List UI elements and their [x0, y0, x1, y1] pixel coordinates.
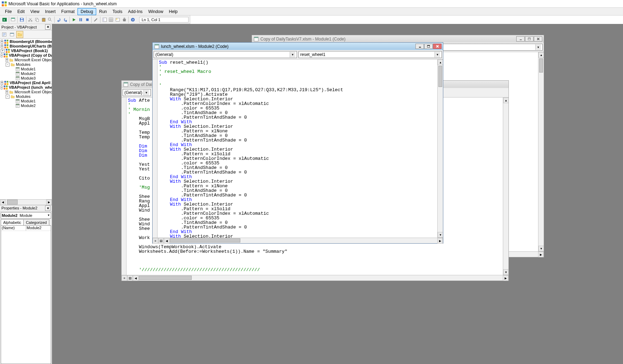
help-button[interactable]: ?: [130, 16, 136, 23]
menu-help[interactable]: Help: [166, 8, 180, 15]
procedure-view-button[interactable]: ≡: [122, 275, 127, 281]
tree-node[interactable]: +Microsoft Excel Objects: [0, 58, 52, 62]
project-explorer-button[interactable]: [101, 16, 108, 23]
view-code-button[interactable]: [1, 31, 8, 38]
separator: [9, 17, 9, 23]
tree-node[interactable]: -Modules: [0, 94, 52, 99]
vscrollbar[interactable]: ▲▼: [437, 59, 443, 238]
menu-window[interactable]: Window: [146, 8, 166, 15]
svg-rect-69: [155, 44, 159, 45]
vscrollbar[interactable]: ▲▼: [503, 98, 508, 275]
tree-node[interactable]: Module1: [0, 99, 52, 103]
menu-add-ins[interactable]: Add-Ins: [125, 8, 145, 15]
procedure-view-button[interactable]: ≡: [153, 238, 158, 244]
tree-node[interactable]: +BloombergUI (Bloomberg: [0, 39, 52, 44]
tab-categorized[interactable]: Categorized: [23, 219, 49, 225]
tree-toggle[interactable]: +: [6, 58, 8, 62]
reset-button[interactable]: [84, 16, 91, 23]
object-combo[interactable]: (General)▼: [154, 51, 297, 58]
vscrollbar[interactable]: ▲▼: [538, 52, 544, 251]
menu-edit[interactable]: Edit: [14, 8, 27, 15]
toolbox-button[interactable]: [121, 16, 128, 23]
tree-toggle[interactable]: +: [1, 49, 5, 53]
tree-label: BloombergUI (Bloomberg: [10, 39, 52, 44]
properties-panel-close-button[interactable]: ✕: [45, 206, 50, 211]
run-button[interactable]: [71, 16, 77, 23]
redo-button[interactable]: [62, 16, 69, 23]
tree-toggle[interactable]: +: [6, 90, 8, 94]
full-module-view-button[interactable]: ▤: [158, 238, 164, 244]
tree-node[interactable]: Module2: [0, 103, 52, 108]
close-button[interactable]: 🗙: [433, 44, 442, 49]
tree-toggle[interactable]: -: [6, 63, 10, 67]
tree-toggle[interactable]: +: [1, 81, 3, 85]
tree-node[interactable]: Module2: [0, 71, 52, 76]
cut-button[interactable]: [27, 16, 34, 23]
tree-node[interactable]: -VBAProject (lunch_whee: [0, 85, 52, 90]
undo-button[interactable]: [56, 16, 62, 23]
break-button[interactable]: [78, 16, 84, 23]
toggle-folders-button[interactable]: [16, 31, 23, 38]
save-button[interactable]: [19, 16, 25, 23]
tree-node[interactable]: +Microsoft Excel Objects: [0, 90, 52, 94]
scroll-left-button[interactable]: ◀: [0, 200, 6, 205]
menu-run[interactable]: Run: [96, 8, 110, 15]
window-titlebar[interactable]: Copy of DailyTasksV7.xlsm - Module1 (Cod…: [252, 35, 544, 43]
vba-icon: [4, 44, 9, 49]
project-panel-close-button[interactable]: ✕: [45, 24, 50, 30]
design-mode-button[interactable]: [93, 16, 99, 23]
menu-view[interactable]: View: [27, 8, 42, 15]
tree-node[interactable]: +VBAProject (End April 20: [0, 81, 52, 85]
maximize-button[interactable]: 🗖: [525, 36, 533, 42]
tree-node[interactable]: -Modules: [0, 62, 52, 67]
mod-icon: [15, 103, 20, 108]
svg-rect-35: [7, 44, 8, 46]
code-margin: [122, 98, 127, 275]
code-editor[interactable]: Sub reset_wheel1() ' ' reset_wheel Macro…: [158, 59, 437, 238]
tree-toggle[interactable]: -: [6, 95, 10, 99]
tree-label: Modules: [16, 62, 31, 67]
minimize-button[interactable]: 🗕: [516, 36, 525, 42]
object-combo[interactable]: (General)▼: [123, 89, 151, 96]
view-object-button[interactable]: [8, 31, 16, 38]
window-titlebar[interactable]: lunch_wheel.xlsm - Module2 (Code) 🗕 🗖 🗙: [153, 43, 443, 50]
close-button[interactable]: 🗙: [534, 36, 542, 42]
menu-insert[interactable]: Insert: [42, 8, 58, 15]
copy-button[interactable]: [34, 16, 40, 23]
tree-toggle[interactable]: +: [1, 40, 3, 44]
menu-debug[interactable]: Debug: [78, 8, 96, 15]
tree-toggle[interactable]: -: [1, 86, 2, 89]
properties-window-button[interactable]: [108, 16, 114, 23]
procedure-combo[interactable]: reset_wheel1▼: [298, 51, 442, 58]
full-module-view-button[interactable]: ▤: [127, 275, 133, 281]
tree-node[interactable]: Module1: [0, 67, 52, 71]
properties-panel-title: Properties - Module2: [1, 206, 37, 210]
tree-node[interactable]: +VBAProject (Book1): [0, 49, 52, 53]
tree-node[interactable]: +BloombergUICharts (Blo: [0, 44, 52, 49]
menu-file[interactable]: File: [2, 8, 14, 15]
separator: [26, 17, 26, 23]
tree-toggle[interactable]: -: [1, 54, 2, 57]
insert-userform-button[interactable]: [10, 16, 17, 23]
property-value[interactable]: Module2: [26, 226, 51, 231]
maximize-button[interactable]: 🗖: [424, 44, 433, 49]
properties-object-selector[interactable]: Module2 Module ▼: [1, 212, 51, 219]
menu-format[interactable]: Format: [58, 8, 78, 15]
scroll-right-button[interactable]: ▶: [46, 200, 52, 205]
project-tree[interactable]: +BloombergUI (Bloomberg+BloombergUIChart…: [0, 39, 52, 199]
code-window-lunchwheel-module2[interactable]: lunch_wheel.xlsm - Module2 (Code) 🗕 🗖 🗙 …: [152, 42, 443, 244]
minimize-button[interactable]: 🗕: [415, 44, 424, 49]
folder-icon: [10, 62, 15, 67]
properties-tabs: Alphabetic Categorized: [1, 219, 51, 226]
view-excel-button[interactable]: X: [1, 16, 8, 23]
properties-grid[interactable]: (Name) Module2: [1, 226, 51, 364]
tree-toggle[interactable]: +: [1, 44, 3, 48]
paste-button[interactable]: [41, 16, 47, 23]
tree-node[interactable]: Module3: [0, 76, 52, 81]
tab-alphabetic[interactable]: Alphabetic: [1, 219, 24, 225]
project-hscrollbar[interactable]: ◀ ▶: [0, 199, 52, 205]
find-button[interactable]: [47, 16, 54, 23]
menu-tools[interactable]: Tools: [110, 8, 125, 15]
tree-node[interactable]: -VBAProject (Copy of Dai: [0, 53, 52, 58]
object-browser-button[interactable]: [115, 16, 121, 23]
